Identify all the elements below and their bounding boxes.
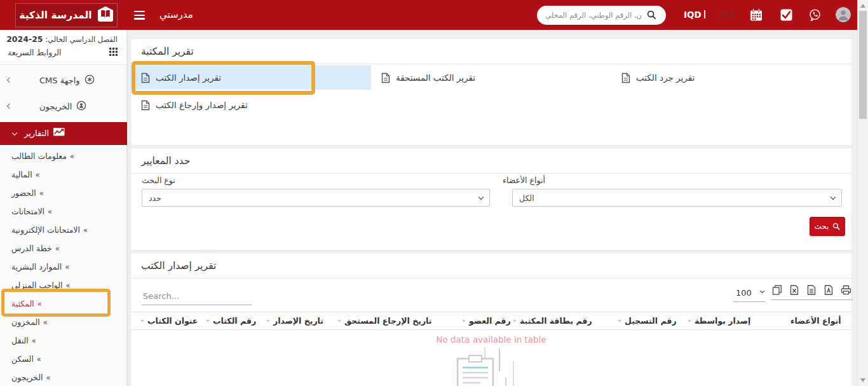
column-header-book-number[interactable]: رقم الكتاب [204,312,264,330]
excel-icon[interactable] [789,285,799,295]
current-semester: الفصل الدراسي الحالي: 25-2024 [8,34,118,44]
report-submenu-item-homework[interactable]: الواجب المنزلي« [0,276,127,294]
library-report-card: تقرير المكتبة تقرير إصدار الكتب تقرير ال… [130,38,852,146]
sort-icon [337,320,341,322]
report-submenu-item-exams[interactable]: الامتحانات« [0,202,127,221]
sidebar-item-cms[interactable]: واجهة CMS [0,71,127,91]
guillemet-icon: « [55,244,60,253]
tasks-check-icon[interactable] [780,9,792,24]
quick-links[interactable]: الروابط السريعة [8,46,118,59]
semester-label: الفصل الدراسي الحالي: [45,35,118,44]
column-header-registration-number[interactable]: رقم التسجيل [616,312,686,330]
guillemet-icon: « [37,299,42,308]
search-type-field: حدد [142,189,490,207]
sidebar-item-graduates[interactable]: الخريجون [0,97,127,117]
print-icon[interactable] [841,285,851,295]
scroll-down-arrow[interactable] [860,378,865,382]
sort-icon [513,320,517,322]
guillemet-icon: « [70,151,74,161]
report-submenu-item-eexams[interactable]: الامتحانات الإلكترونية« [0,221,127,239]
member-types-label: أنواع الأعضاء [503,176,545,185]
search-type-select[interactable]: حدد [142,189,490,207]
language-selector[interactable]: Ara [721,10,735,20]
report-submenu-item-attendance[interactable]: الحضور« [0,184,127,202]
guillemet-icon: « [46,373,50,382]
search-icon [832,223,840,230]
sidebar-item-library[interactable]: المكتبة« [0,294,127,313]
results-card: تقرير إصدار الكتب 100 [130,252,852,386]
currency-selector[interactable]: IQD [684,10,702,20]
document-icon [141,72,150,83]
global-search-input[interactable] [545,6,642,24]
guillemet-icon: « [39,188,44,198]
semester-value: 25-2024 [6,34,43,44]
column-header-issue-date[interactable]: تاريخ الإصدار [264,312,336,330]
search-icon[interactable] [647,10,656,22]
report-submenu-item-lesson-plan[interactable]: خطة الدرس« [0,239,127,258]
member-types-field: الكل [512,189,842,207]
column-header-book-title[interactable]: عنوان الكتاب [131,312,204,330]
csv-icon[interactable] [806,285,817,295]
tab-due-books-report[interactable]: تقرير الكتب المستحقة [371,65,611,90]
school-book-icon [97,6,114,25]
report-submenu-item-housing[interactable]: السكن« [0,350,127,368]
tab-book-issue-report[interactable]: تقرير إصدار الكتب [131,65,371,90]
sort-icon [688,320,691,322]
tab-issue-return-report[interactable]: تقرير إصدار وإرجاع الكتب [131,93,371,117]
guillemet-icon: « [37,354,41,364]
sort-icon [618,320,621,322]
report-submenu-item-inventory[interactable]: المخزون« [0,313,127,331]
tab-book-inventory-report[interactable]: تقرير جرد الكتب [611,65,851,90]
sidebar-item-reports[interactable]: التقارير [0,122,127,145]
report-submenu-item-student-info[interactable]: معلومات الطالب« [0,147,127,165]
results-table: عنوان الكتاب رقم الكتاب تاريخ الإصدار تا… [131,312,851,330]
export-buttons [771,285,853,300]
logo-text: المدرسة الذكية [19,10,92,21]
criteria-title: حدد المعايير [131,148,851,174]
document-icon [621,72,630,83]
document-icon [141,100,150,111]
sort-icon [140,320,144,322]
chevron-left-icon [7,104,12,109]
table-search-input[interactable] [142,290,252,305]
sort-icon [206,320,210,322]
chevron-down-icon [12,130,17,135]
quick-links-label: الروابط السريعة [8,48,62,57]
pdf-icon[interactable] [824,285,834,295]
scrollbar[interactable] [857,0,868,386]
guillemet-icon: « [65,262,69,272]
scroll-up-arrow[interactable] [860,4,865,8]
calendar-icon[interactable] [750,8,763,24]
member-types-select[interactable]: الكل [512,189,842,207]
grid-icon [109,46,118,59]
sort-icon [462,320,466,322]
search-button[interactable]: بحث [810,217,845,236]
column-header-member-types[interactable]: أنواع الأعضاء [789,312,851,330]
document-icon [381,72,390,83]
column-header-member-number[interactable]: رقم العضو [460,312,511,330]
app-logo[interactable]: المدرسة الذكية [15,3,118,27]
column-header-library-card-number[interactable]: رقم بطاقة المكتبة [511,312,616,330]
table-header-row: عنوان الكتاب رقم الكتاب تاريخ الإصدار تا… [131,312,851,330]
guillemet-icon: « [32,336,36,345]
guillemet-icon: « [43,317,48,327]
scrollbar-thumb[interactable] [859,11,867,119]
copy-icon[interactable] [772,285,782,295]
whatsapp-icon[interactable] [808,8,822,24]
column-header-due-return-date[interactable]: تاريخ الإرجاع المستحق [336,312,460,330]
page-title: تقرير المكتبة [131,39,851,64]
guillemet-icon: « [36,170,40,179]
report-submenu-item-transport[interactable]: النقل« [0,331,127,350]
report-submenu-item-graduates[interactable]: الخريجون« [0,368,127,386]
sidebar-item-label: التقارير [24,128,49,138]
report-submenu-item-finance[interactable]: المالية« [0,165,127,184]
report-submenu-item-hr[interactable]: الموارد البشرية« [0,258,127,276]
cms-circle-icon [85,74,95,86]
guillemet-icon: « [66,280,71,290]
top-bar: المدرسة الذكية مدرستي IQD Ara [0,0,868,30]
column-header-issued-by[interactable]: إصدار بواسطة [686,312,789,330]
sidebar-header: الفصل الدراسي الحالي: 25-2024 الروابط ال… [0,30,126,65]
user-avatar[interactable] [836,7,851,22]
menu-toggle-icon[interactable] [134,11,145,22]
page-size-select[interactable]: 100 [733,288,765,302]
